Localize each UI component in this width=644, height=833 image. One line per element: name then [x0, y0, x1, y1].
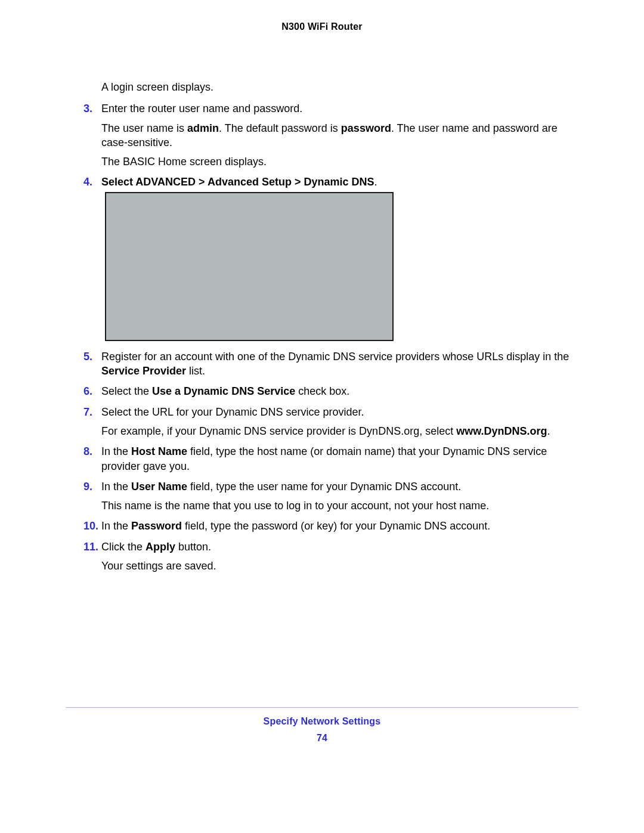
text: .	[374, 176, 377, 188]
text: Register for an account with one of the …	[101, 351, 569, 363]
document-page: N300 WiFi Router A login screen displays…	[0, 0, 644, 833]
step-text: The BASIC Home screen displays.	[101, 154, 578, 169]
page-header-title: N300 WiFi Router	[66, 21, 578, 32]
step-4: 4. Select ADVANCED > Advanced Setup > Dy…	[66, 175, 578, 340]
text: The user name is	[101, 122, 187, 134]
step-number: 4.	[83, 175, 92, 189]
bold-text: User Name	[131, 481, 187, 493]
step-text: Click the Apply button.	[101, 540, 578, 554]
text: .	[547, 425, 550, 437]
step-text: In the Host Name field, type the host na…	[101, 444, 578, 473]
bold-text: Password	[131, 520, 182, 532]
bold-text: www.DynDNS.org	[456, 425, 547, 437]
step-6: 6. Select the Use a Dynamic DNS Service …	[66, 384, 578, 398]
content-area: A login screen displays. 3. Enter the ro…	[66, 80, 578, 573]
step-number: 7.	[83, 405, 92, 419]
intro-paragraph: A login screen displays.	[101, 80, 578, 94]
step-number: 11.	[83, 540, 98, 554]
step-text: Enter the router user name and password.	[101, 101, 578, 116]
step-text: In the User Name field, type the user na…	[101, 479, 578, 494]
bold-text: Select ADVANCED > Advanced Setup > Dynam…	[101, 176, 374, 188]
step-text: Register for an account with one of the …	[101, 349, 578, 379]
step-5: 5. Register for an account with one of t…	[66, 349, 578, 379]
bold-text: Service Provider	[101, 365, 186, 377]
step-number: 10.	[83, 519, 98, 533]
text: button.	[175, 541, 211, 553]
instruction-list: 3. Enter the router user name and passwo…	[66, 101, 578, 573]
text: list.	[186, 365, 205, 377]
step-number: 3.	[83, 101, 92, 116]
text: Select the	[101, 385, 152, 397]
text: In the	[101, 445, 131, 457]
step-text: In the Password field, type the password…	[101, 519, 578, 533]
footer-divider	[66, 707, 578, 708]
step-7: 7. Select the URL for your Dynamic DNS s…	[66, 405, 578, 439]
step-number: 8.	[83, 444, 92, 459]
step-text: Select ADVANCED > Advanced Setup > Dynam…	[101, 175, 578, 189]
bold-text: Use a Dynamic DNS Service	[152, 385, 295, 397]
step-text: For example, if your Dynamic DNS service…	[101, 424, 578, 438]
text: field, type the user name for your Dynam…	[187, 481, 461, 493]
step-8: 8. In the Host Name field, type the host…	[66, 444, 578, 473]
text: . The default password is	[219, 122, 341, 134]
text: Click the	[101, 541, 145, 553]
step-text: Select the Use a Dynamic DNS Service che…	[101, 384, 578, 398]
bold-text: Host Name	[131, 445, 187, 457]
text: check box.	[295, 385, 349, 397]
page-footer: Specify Network Settings 74	[66, 707, 578, 744]
text: For example, if your Dynamic DNS service…	[101, 425, 456, 437]
bold-text: Apply	[145, 541, 175, 553]
text: In the	[101, 481, 131, 493]
step-text: The user name is admin. The default pass…	[101, 121, 578, 150]
step-number: 6.	[83, 384, 92, 398]
step-text: Select the URL for your Dynamic DNS serv…	[101, 405, 578, 419]
text: field, type the password (or key) for yo…	[182, 520, 490, 532]
step-text: Your settings are saved.	[101, 559, 578, 573]
step-text: This name is the name that you use to lo…	[101, 498, 578, 513]
step-3: 3. Enter the router user name and passwo…	[66, 101, 578, 169]
screenshot-placeholder	[105, 192, 394, 341]
bold-text: admin	[187, 122, 219, 134]
step-9: 9. In the User Name field, type the user…	[66, 479, 578, 513]
footer-page-number: 74	[66, 733, 578, 744]
text: In the	[101, 520, 131, 532]
footer-section-title: Specify Network Settings	[66, 716, 578, 727]
bold-text: password	[341, 122, 391, 134]
step-11: 11. Click the Apply button. Your setting…	[66, 540, 578, 574]
step-number: 9.	[83, 479, 92, 494]
step-number: 5.	[83, 349, 92, 364]
step-10: 10. In the Password field, type the pass…	[66, 519, 578, 533]
